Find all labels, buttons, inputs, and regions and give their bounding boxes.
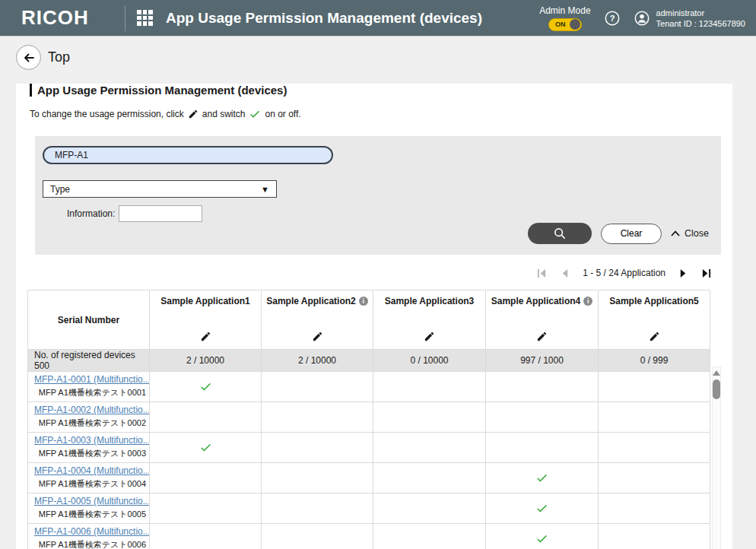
clear-button[interactable]: Clear xyxy=(601,224,662,244)
permission-cell[interactable] xyxy=(373,524,486,549)
admin-mode-toggle[interactable]: ON xyxy=(548,18,582,31)
edit-pencil-icon[interactable] xyxy=(200,331,211,342)
permission-cell[interactable] xyxy=(373,433,486,463)
device-link[interactable]: MFP-A1-0004 (Multifunctio... xyxy=(34,465,150,476)
permission-check-icon[interactable] xyxy=(535,532,548,545)
header-title: App Usage Permission Management (devices… xyxy=(166,10,482,27)
serial-cell: MFP-A1-0001 (Multifunctio... MFP A1機番検索テ… xyxy=(28,372,150,402)
permission-cell[interactable] xyxy=(150,402,262,433)
back-label[interactable]: Top xyxy=(48,49,70,65)
device-link[interactable]: MFP-A1-0005 (Multifunctio... xyxy=(34,496,150,506)
search-icon xyxy=(553,227,567,240)
permission-cell[interactable] xyxy=(262,463,373,493)
app-header: RICOH App Usage Permission Management (d… xyxy=(0,0,756,36)
permission-cell[interactable] xyxy=(150,524,262,549)
permission-cell[interactable] xyxy=(486,463,599,493)
info-icon[interactable]: i xyxy=(583,297,592,306)
information-label: Information: xyxy=(67,208,115,219)
device-note: MFP A1機番検索テスト0002 xyxy=(39,417,146,429)
registered-count: 997 / 1000 xyxy=(486,350,599,372)
next-page-icon[interactable] xyxy=(678,268,688,278)
permission-cell[interactable] xyxy=(373,402,486,433)
note-icon xyxy=(34,480,35,489)
table-header-row: Serial Number Sample Application1 i Samp… xyxy=(28,290,710,350)
permission-cell[interactable] xyxy=(599,433,710,463)
permission-cell[interactable] xyxy=(262,372,373,402)
permission-cell[interactable] xyxy=(486,433,599,463)
user-avatar-icon[interactable] xyxy=(634,10,650,27)
app-grid-menu-icon[interactable] xyxy=(137,10,153,26)
close-panel-link[interactable]: Close xyxy=(671,228,709,239)
device-note: MFP A1機番検索テスト0001 xyxy=(39,387,146,398)
page-title: App Usage Permission Management (devices… xyxy=(30,84,721,97)
permission-cell[interactable] xyxy=(486,524,599,549)
permission-cell[interactable] xyxy=(262,402,373,433)
permission-cell[interactable] xyxy=(599,524,710,549)
edit-pencil-icon[interactable] xyxy=(312,331,323,342)
keyword-input[interactable] xyxy=(43,146,333,164)
back-arrow-icon xyxy=(22,51,36,65)
search-button[interactable] xyxy=(528,223,592,244)
app-name: Sample Application4 xyxy=(491,296,581,306)
permission-cell[interactable] xyxy=(486,493,599,524)
first-page-icon[interactable] xyxy=(537,268,547,278)
type-dropdown[interactable]: Type ▼ xyxy=(43,180,277,198)
note-icon xyxy=(34,419,35,428)
table-scrollbar xyxy=(712,290,721,549)
note-icon xyxy=(34,449,35,459)
scrollbar-track[interactable] xyxy=(712,367,721,549)
edit-pencil-icon[interactable] xyxy=(536,331,548,342)
last-page-icon[interactable] xyxy=(701,268,711,278)
pencil-icon xyxy=(188,109,199,119)
help-icon[interactable]: ? xyxy=(604,10,621,27)
edit-pencil-icon[interactable] xyxy=(424,331,435,342)
table-row: MFP-A1-0003 (Multifunctio... MFP A1機番検索テ… xyxy=(28,433,710,463)
user-name: administrator xyxy=(656,8,745,18)
permission-cell[interactable] xyxy=(599,372,710,402)
permission-check-icon[interactable] xyxy=(199,441,212,454)
device-link[interactable]: MFP-A1-0002 (Multifunctio... xyxy=(34,405,150,415)
permission-cell[interactable] xyxy=(599,402,710,433)
app-column-header: Sample Application3 i xyxy=(373,290,486,350)
permission-cell[interactable] xyxy=(262,524,373,549)
registered-count: 2 / 10000 xyxy=(262,350,373,372)
app-name: Sample Application3 xyxy=(385,296,475,306)
table-row: MFP-A1-0005 (Multifunctio... MFP A1機番検索テ… xyxy=(28,493,710,524)
permission-cell[interactable] xyxy=(599,463,710,493)
information-input[interactable] xyxy=(119,205,202,222)
permission-cell[interactable] xyxy=(150,372,262,402)
device-link[interactable]: MFP-A1-0001 (Multifunctio... xyxy=(34,374,150,385)
permission-cell[interactable] xyxy=(486,402,599,433)
admin-mode-label: Admin Mode xyxy=(539,5,590,16)
permission-cell[interactable] xyxy=(373,493,486,524)
prev-page-icon[interactable] xyxy=(560,268,570,278)
app-column-header: Sample Application2 i xyxy=(262,290,373,350)
back-button[interactable] xyxy=(16,45,41,70)
permission-cell[interactable] xyxy=(262,493,373,524)
device-link[interactable]: MFP-A1-0006 (Multifunctio... xyxy=(34,526,150,537)
permission-cell[interactable] xyxy=(150,433,262,463)
permission-cell[interactable] xyxy=(373,463,486,493)
info-icon[interactable]: i xyxy=(359,297,368,306)
table-row: MFP-A1-0001 (Multifunctio... MFP A1機番検索テ… xyxy=(28,372,710,402)
permission-check-icon[interactable] xyxy=(535,471,548,484)
permission-check-icon[interactable] xyxy=(535,502,548,515)
permission-cell[interactable] xyxy=(150,463,262,493)
serial-cell: MFP-A1-0005 (Multifunctio... MFP A1機番検索テ… xyxy=(28,493,150,524)
permission-cell[interactable] xyxy=(373,372,486,402)
device-link[interactable]: MFP-A1-0003 (Multifunctio... xyxy=(34,435,150,446)
app-name: Sample Application2 xyxy=(266,296,356,306)
edit-pencil-icon[interactable] xyxy=(649,331,660,342)
permission-cell[interactable] xyxy=(150,493,262,524)
device-note: MFP A1機番検索テスト0005 xyxy=(39,509,146,520)
instruction-text: To change the usage permission, click an… xyxy=(30,108,721,120)
device-note: MFP A1機番検索テスト0004 xyxy=(39,478,146,490)
permission-check-icon[interactable] xyxy=(199,380,212,393)
permission-cell[interactable] xyxy=(599,493,710,524)
device-note: MFP A1機番検索テスト0006 xyxy=(39,539,146,549)
header-divider xyxy=(125,5,125,31)
permission-cell[interactable] xyxy=(262,433,373,463)
scroll-up-arrow-icon[interactable] xyxy=(713,370,720,376)
scrollbar-thumb[interactable] xyxy=(713,379,720,399)
permission-cell[interactable] xyxy=(486,372,599,402)
